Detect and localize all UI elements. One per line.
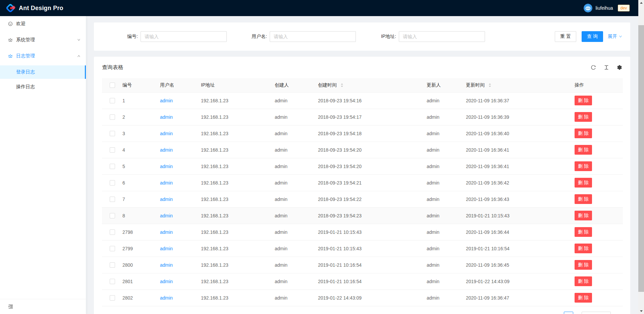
username-link[interactable]: admin <box>160 131 173 136</box>
vertical-scrollbar[interactable] <box>638 0 644 314</box>
sidebar-subitem-operation-log[interactable]: 操作日志 <box>0 80 86 94</box>
delete-button[interactable]: 删 除 <box>575 211 592 220</box>
cell-create-time: 2018-09-23 19:54:20 <box>313 142 421 158</box>
cell-id: 1 <box>117 92 155 109</box>
row-checkbox[interactable] <box>110 114 115 120</box>
user-avatar[interactable] <box>584 4 592 12</box>
username-link[interactable]: admin <box>160 213 173 218</box>
row-checkbox[interactable] <box>110 131 115 136</box>
scroll-down-arrow-icon[interactable] <box>638 308 644 314</box>
col-create-time[interactable]: 创建时间 <box>313 78 421 92</box>
field-ip-label: IP地址: <box>360 34 399 40</box>
expand-link[interactable]: 展开 <box>608 34 622 40</box>
username-link[interactable]: admin <box>160 246 173 251</box>
query-button[interactable]: 查 询 <box>582 31 603 42</box>
col-update-time-label: 更新时间 <box>466 82 485 88</box>
column-height-icon[interactable] <box>604 65 609 70</box>
cell-id: 7 <box>117 191 155 207</box>
sidebar: 欢迎 系统管理 日志管理 登录日志 操作日志 <box>0 16 86 314</box>
sidebar-item-log-mgmt[interactable]: 日志管理 <box>0 49 86 63</box>
row-checkbox[interactable] <box>110 147 115 153</box>
table-body: 1 admin 192.168.1.23 admin 2018-09-23 19… <box>102 92 623 306</box>
chevron-down-icon <box>619 35 622 38</box>
cell-update-time: 2020-11-09 16:36:41 <box>461 158 569 174</box>
delete-button[interactable]: 删 除 <box>575 178 592 188</box>
row-checkbox[interactable] <box>110 295 115 301</box>
table-row: 3 admin 192.168.1.23 admin 2018-09-23 19… <box>102 125 623 142</box>
pagination-page-1-button[interactable] <box>564 312 573 314</box>
row-checkbox[interactable] <box>110 213 115 218</box>
cell-creator: admin <box>269 191 313 207</box>
col-id: 编号 <box>117 78 155 92</box>
col-update-time[interactable]: 更新时间 <box>461 78 569 92</box>
table-row: 6 admin 192.168.1.23 admin 2018-09-23 19… <box>102 174 623 191</box>
username-link[interactable]: admin <box>160 295 173 301</box>
field-username-input[interactable] <box>270 31 356 42</box>
delete-button[interactable]: 删 除 <box>575 96 592 105</box>
settings-icon[interactable] <box>617 65 622 70</box>
cell-creator: admin <box>269 142 313 158</box>
username-link[interactable]: admin <box>160 262 173 268</box>
cell-creator: admin <box>269 158 313 174</box>
field-ip-input[interactable] <box>399 31 485 42</box>
user-name[interactable]: liufeihua <box>595 5 613 11</box>
delete-button[interactable]: 删 除 <box>575 112 592 122</box>
table-row: 4 admin 192.168.1.23 admin 2018-09-23 19… <box>102 142 623 158</box>
row-checkbox[interactable] <box>110 229 115 235</box>
cell-id: 8 <box>117 207 155 224</box>
cell-ip: 192.168.1.23 <box>196 290 269 306</box>
username-link[interactable]: admin <box>160 114 173 120</box>
app-logo[interactable]: Ant Design Pro <box>5 3 63 13</box>
menu-fold-icon[interactable] <box>8 304 13 309</box>
sidebar-item-system-mgmt[interactable]: 系统管理 <box>0 33 86 47</box>
sidebar-footer <box>0 299 86 314</box>
sidebar-item-welcome[interactable]: 欢迎 <box>0 17 86 31</box>
username-link[interactable]: admin <box>160 180 173 186</box>
cell-creator: admin <box>269 224 313 240</box>
cell-creator: admin <box>269 125 313 142</box>
select-all-checkbox[interactable] <box>110 83 115 88</box>
table-row: 1 admin 192.168.1.23 admin 2018-09-23 19… <box>102 92 623 109</box>
delete-button[interactable]: 删 除 <box>575 293 592 303</box>
scroll-up-arrow-icon[interactable] <box>638 0 644 6</box>
row-checkbox[interactable] <box>110 246 115 251</box>
row-checkbox[interactable] <box>110 180 115 186</box>
username-link[interactable]: admin <box>160 229 173 235</box>
username-link[interactable]: admin <box>160 147 173 153</box>
cell-updater: admin <box>421 92 461 109</box>
sidebar-item-label: 日志管理 <box>16 53 35 59</box>
cell-updater: admin <box>421 207 461 224</box>
sidebar-subitem-login-log[interactable]: 登录日志 <box>0 65 86 79</box>
page-size-select[interactable] <box>582 312 611 314</box>
username-link[interactable]: admin <box>160 98 173 103</box>
field-id-input[interactable] <box>141 31 227 42</box>
delete-button[interactable]: 删 除 <box>575 276 592 286</box>
delete-button[interactable]: 删 除 <box>575 244 592 253</box>
cell-creator: admin <box>269 257 313 273</box>
username-link[interactable]: admin <box>160 279 173 284</box>
scrollbar-thumb[interactable] <box>638 25 644 292</box>
cell-id: 5 <box>117 158 155 174</box>
delete-button[interactable]: 删 除 <box>575 128 592 138</box>
sort-icons[interactable] <box>488 83 491 88</box>
reset-button[interactable]: 重 置 <box>555 31 576 42</box>
delete-button[interactable]: 删 除 <box>575 161 592 171</box>
row-checkbox[interactable] <box>110 164 115 169</box>
delete-button[interactable]: 删 除 <box>575 260 592 270</box>
cell-creator: admin <box>269 174 313 191</box>
username-link[interactable]: admin <box>160 197 173 202</box>
row-checkbox[interactable] <box>110 197 115 202</box>
username-link[interactable]: admin <box>160 164 173 169</box>
delete-button[interactable]: 删 除 <box>575 194 592 204</box>
row-checkbox[interactable] <box>110 98 115 103</box>
sidebar-menu: 欢迎 系统管理 日志管理 登录日志 操作日志 <box>0 16 86 94</box>
delete-button[interactable]: 删 除 <box>575 145 592 155</box>
form-actions: 重 置 查 询 展开 <box>555 31 622 42</box>
table-card: 查询表格 编号 用户名 IP地址 创建人 创建时间 <box>94 57 630 314</box>
cell-updater: admin <box>421 109 461 125</box>
delete-button[interactable]: 删 除 <box>575 227 592 237</box>
row-checkbox[interactable] <box>110 279 115 284</box>
reload-icon[interactable] <box>591 65 596 70</box>
sort-icons[interactable] <box>340 83 343 88</box>
row-checkbox[interactable] <box>110 262 115 268</box>
